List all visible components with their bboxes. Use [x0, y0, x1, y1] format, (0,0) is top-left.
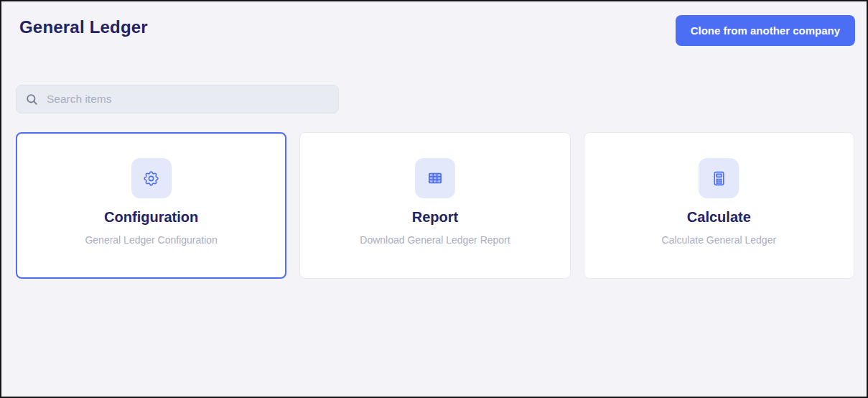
general-ledger-page: { "header": { "title": "General Ledger",…: [0, 0, 868, 398]
card-subtitle: Download General Ledger Report: [360, 234, 510, 246]
calculator-icon: [699, 158, 739, 198]
search-input[interactable]: [45, 92, 330, 106]
card-subtitle: Calculate General Ledger: [662, 234, 777, 246]
card-title: Report: [412, 209, 458, 226]
card-title: Configuration: [104, 209, 198, 226]
gear-icon: [131, 158, 172, 198]
search-icon: [25, 93, 39, 106]
card-calculate[interactable]: Calculate Calculate General Ledger: [584, 132, 854, 279]
card-title: Calculate: [687, 209, 751, 226]
action-cards: Configuration General Ledger Configurati…: [16, 132, 854, 279]
card-report[interactable]: Report Download General Ledger Report: [299, 132, 570, 279]
search-box[interactable]: [16, 85, 339, 114]
card-subtitle: General Ledger Configuration: [85, 234, 217, 246]
card-configuration[interactable]: Configuration General Ledger Configurati…: [16, 132, 286, 279]
header: General Ledger Clone from another compan…: [1, 1, 867, 46]
page-title: General Ledger: [19, 17, 148, 37]
clone-from-another-company-button[interactable]: Clone from another company: [676, 15, 855, 46]
table-icon: [415, 158, 455, 198]
